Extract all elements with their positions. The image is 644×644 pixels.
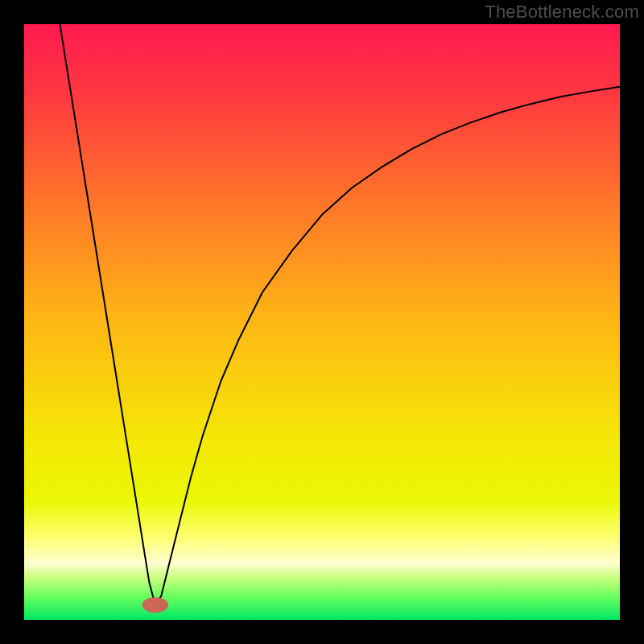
gradient-background <box>24 24 620 620</box>
optimal-marker <box>142 597 169 613</box>
chart-frame: TheBottleneck.com <box>0 0 644 644</box>
watermark-text: TheBottleneck.com <box>485 2 639 23</box>
chart-svg <box>24 24 620 620</box>
plot-area <box>24 24 620 620</box>
